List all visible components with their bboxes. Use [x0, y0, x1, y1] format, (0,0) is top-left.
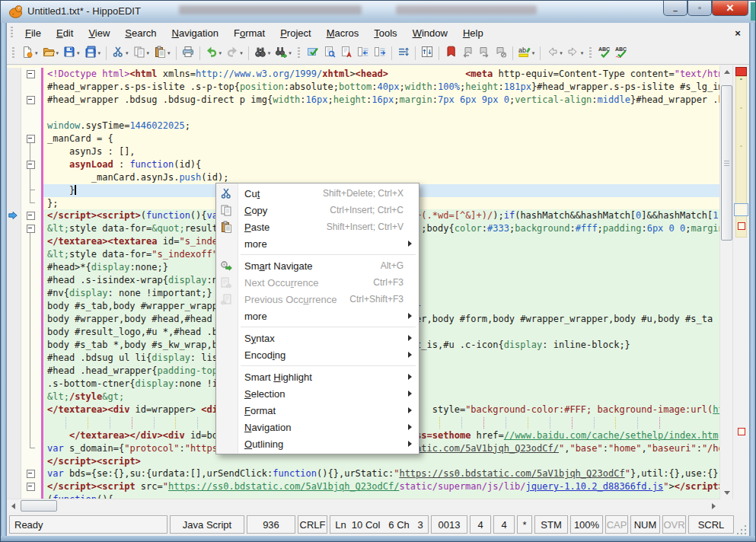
dropdown-caret-icon[interactable]: ▾	[581, 50, 584, 56]
menu-tools[interactable]: Tools	[366, 24, 404, 42]
fold-margin[interactable]	[21, 94, 41, 107]
menu-view[interactable]: View	[81, 24, 117, 42]
status-caps-lock[interactable]: CAP	[605, 515, 628, 534]
toolbar-find-button[interactable]: ▾	[252, 43, 273, 63]
status-stream-mode[interactable]: STM	[534, 515, 568, 534]
code-line-text[interactable]: window.sysTime=1446022025;	[43, 120, 720, 132]
toolbar-select-check-button[interactable]	[305, 43, 321, 63]
context-menu-item-outlining[interactable]: Outlining	[216, 435, 419, 452]
context-menu-item-format[interactable]: Format	[216, 402, 419, 419]
toolbar-indent-button[interactable]	[372, 43, 388, 63]
toolbar-new-file-button[interactable]: ▾	[19, 43, 40, 63]
code-line-text[interactable]: </script><script>	[43, 455, 720, 468]
code-line[interactable]: <!Doctype html><html xmlns=http://www.w3…	[7, 68, 720, 81]
status-indent-size[interactable]: 4	[493, 515, 515, 534]
status-tab-size[interactable]: 4	[470, 515, 491, 534]
code-line[interactable]: #head_wrapper .bdsug .bdsug-direct p img…	[7, 94, 720, 107]
toolbar-highlight-button[interactable]: ab▾	[516, 43, 537, 63]
fold-margin[interactable]	[21, 467, 41, 480]
menu-help[interactable]: Help	[455, 24, 491, 42]
toolbar-bookmark-next-button[interactable]	[476, 43, 493, 63]
status-zoom-level[interactable]: 100%	[570, 515, 603, 534]
menu-project[interactable]: Project	[273, 24, 318, 42]
status-scroll-lock[interactable]: SCRL	[688, 515, 734, 534]
toolbar-save-all-button[interactable]: ▾	[82, 43, 104, 63]
close-button[interactable]: ✕	[712, 0, 748, 16]
status-num-lock[interactable]: NUM	[630, 515, 660, 534]
scroll-left-arrow[interactable]	[7, 499, 20, 512]
toolbar-grip-handle[interactable]	[12, 47, 14, 59]
context-menu-item-navigation[interactable]: Navigation	[216, 419, 419, 435]
vertical-scrollbar-thumb[interactable]	[721, 85, 732, 241]
status-char-code[interactable]: 0013	[431, 515, 467, 534]
fold-margin[interactable]	[21, 68, 41, 81]
context-menu-item-syntax[interactable]: Syntax	[216, 330, 419, 346]
context-menu-item-smart-highlight[interactable]: Smart Highlight	[216, 368, 419, 385]
toolbar-redo-button[interactable]: ▾	[224, 43, 245, 63]
toolbar-spell-auto-button[interactable]: ABC	[613, 43, 630, 63]
title-bar[interactable]: Untitled1.txt* - HippoEDIT – ▫ ✕	[0, 0, 756, 24]
code-line[interactable]: #head_wrapper.s-ps-islite .s-p-top{posit…	[7, 81, 720, 94]
menu-window[interactable]: Window	[405, 24, 455, 42]
code-line[interactable]: asynLoad : function(id){	[7, 158, 720, 171]
status-line-ending[interactable]: CRLF	[298, 515, 327, 534]
code-line[interactable]: asynJs : [],	[7, 145, 720, 158]
context-menu-item-more[interactable]: more	[216, 235, 419, 252]
toolbar-cut-button[interactable]: ▾	[110, 43, 131, 63]
menubar-grip-handle[interactable]	[11, 27, 13, 39]
scroll-down-arrow[interactable]	[720, 486, 733, 499]
context-menu-item-paste[interactable]: PasteShift+Insert; Ctrl+V	[216, 218, 419, 235]
toolbar-open-folder-button[interactable]: ▾	[40, 43, 62, 63]
code-line[interactable]: var bds={se:{},su:{urdata:[],urSendClick…	[7, 467, 720, 480]
code-line-text[interactable]: <!Doctype html><html xmlns=http://www.w3…	[43, 68, 720, 81]
dropdown-caret-icon[interactable]: ▾	[56, 50, 59, 56]
toolbar-bookmark-button[interactable]	[442, 43, 459, 63]
menu-format[interactable]: Format	[226, 24, 273, 42]
horizontal-scrollbar[interactable]	[7, 499, 720, 512]
code-line-text[interactable]: #head_wrapper.s-ps-islite .s-p-top{posit…	[43, 81, 720, 94]
fold-margin[interactable]	[21, 222, 41, 235]
status-overwrite-mode[interactable]: OVR	[662, 515, 686, 534]
code-line[interactable]: </script><script src="https://ss0.bdstat…	[7, 480, 720, 493]
context-menu-item-more[interactable]: more	[216, 308, 419, 324]
toolbar-back-button[interactable]: ▾	[544, 43, 565, 63]
toolbar-forward-button[interactable]: ▾	[565, 43, 586, 63]
resize-grip[interactable]	[737, 524, 748, 534]
code-line-text[interactable]: _manCard = {	[43, 132, 720, 145]
toolbar-find-in-files-button[interactable]	[321, 43, 338, 63]
dropdown-caret-icon[interactable]: ▾	[532, 50, 535, 56]
toolbar-bookmark-prev-button[interactable]	[459, 43, 476, 63]
toolbar-print-button[interactable]	[180, 43, 196, 63]
dropdown-caret-icon[interactable]: ▾	[560, 50, 563, 56]
toolbar-find-next-button[interactable]: ▾	[273, 43, 294, 63]
code-line-text[interactable]: </script><script src="https://ss0.bdstat…	[43, 480, 720, 493]
status-syntax-mode[interactable]: Java Script	[170, 515, 244, 534]
toolbar-save-button[interactable]: ▾	[61, 43, 82, 63]
minimize-button[interactable]: –	[663, 0, 687, 16]
document-marker-map[interactable]	[732, 65, 749, 499]
code-line-text[interactable]: asynJs : [],	[43, 145, 720, 158]
scroll-up-arrow[interactable]	[720, 65, 733, 78]
close-document-icon[interactable]: ×	[731, 26, 745, 40]
dropdown-caret-icon[interactable]: ▾	[240, 50, 243, 56]
status-encoding[interactable]: 936	[247, 515, 295, 534]
code-line[interactable]: _manCard = {	[7, 132, 720, 145]
toolbar-grip-handle[interactable]	[298, 47, 300, 59]
code-line-text[interactable]: asynLoad : function(id){	[43, 158, 720, 171]
code-line-text[interactable]: var bds={se:{},su:{urdata:[],urSendClick…	[43, 467, 720, 480]
code-line[interactable]	[7, 107, 720, 120]
dropdown-caret-icon[interactable]: ▾	[35, 50, 38, 56]
fold-margin[interactable]	[21, 158, 41, 171]
toolbar-replace-in-files-button[interactable]	[338, 43, 355, 63]
toolbar-paste-button[interactable]: ▾	[152, 43, 173, 63]
context-menu-item-smart-navigate[interactable]: Smart NavigateAlt+G	[216, 257, 419, 274]
code-line[interactable]: window.sysTime=1446022025;	[7, 120, 720, 132]
minimap-visible-region[interactable]	[734, 203, 748, 216]
toolbar-spell-check-button[interactable]: ABC	[596, 43, 613, 63]
context-menu-item-cut[interactable]: CutShift+Delete; Ctrl+X	[216, 185, 419, 202]
menu-edit[interactable]: Edit	[49, 24, 81, 42]
maximize-button[interactable]: ▫	[687, 0, 712, 16]
context-menu-item-selection[interactable]: Selection	[216, 385, 419, 402]
scroll-right-arrow[interactable]	[707, 499, 720, 512]
dropdown-caret-icon[interactable]: ▾	[98, 50, 101, 56]
